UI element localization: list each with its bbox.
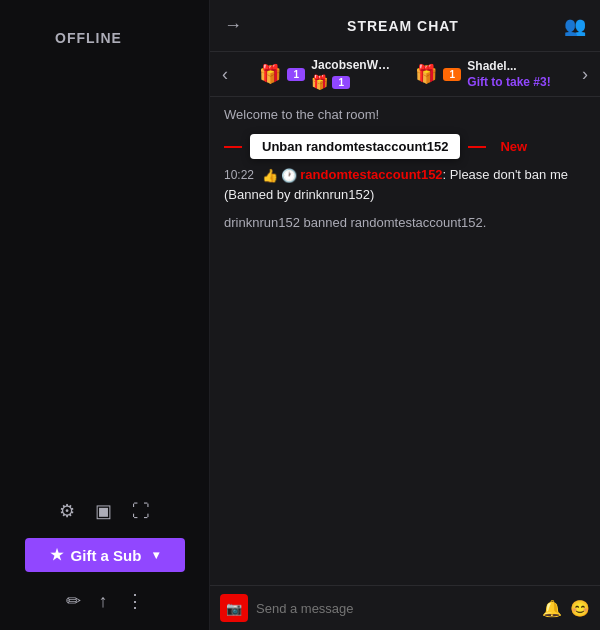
layout-icon[interactable]: ▣	[95, 500, 112, 522]
gift-icon-1: 🎁	[311, 74, 328, 90]
message-input[interactable]	[256, 601, 534, 616]
chat-inline-icons: 👍 🕐	[262, 166, 297, 186]
gift-username-2: Shadel...	[467, 59, 547, 73]
gift-emoji-1: 🎁	[259, 63, 281, 85]
gift-item-1[interactable]: 🎁 1 JacobsenWit... 🎁 1	[259, 58, 391, 90]
clock-icon: 🕐	[281, 166, 297, 186]
chat-panel: → STREAM CHAT 👥 ‹ 🎁 1 JacobsenWit... 🎁 1	[210, 0, 600, 630]
red-divider	[224, 146, 242, 148]
gift-sub-button[interactable]: ★ Gift a Sub ▾	[25, 538, 185, 572]
star-icon: ★	[50, 546, 63, 564]
camera-icon-box: 📷	[220, 594, 248, 622]
gift-strip: ‹ 🎁 1 JacobsenWit... 🎁 1 🎁 1 Sha	[210, 52, 600, 97]
gift-badge-1: 1	[287, 68, 305, 81]
chat-messages: Welcome to the chat room! Unban randomte…	[210, 97, 600, 585]
expand-icon[interactable]: →	[224, 15, 242, 36]
input-icons: 🔔 😊	[542, 599, 590, 618]
camera-icon: 📷	[226, 601, 242, 616]
strip-left-arrow[interactable]: ‹	[218, 64, 232, 85]
gift-take-text: Gift to take #3!	[467, 75, 550, 89]
thumb-icon: 👍	[262, 166, 278, 186]
emoji-icon[interactable]: 😊	[570, 599, 590, 618]
chat-header: → STREAM CHAT 👥	[210, 0, 600, 52]
chat-message-row: 10:22 👍 🕐 randomtestaccount152: Please d…	[224, 165, 586, 205]
unban-row: Unban randomtestaccount152 New	[224, 134, 586, 159]
ban-notice: drinknrun152 banned randomtestaccount152…	[224, 215, 586, 230]
chat-username[interactable]: randomtestaccount152	[300, 167, 442, 182]
chat-timestamp: 10:22	[224, 168, 254, 182]
sidebar: OFFLINE ⚙ ▣ ⛶ ★ Gift a Sub ▾ ✏ ↑ ⋮	[0, 0, 210, 630]
chevron-down-icon: ▾	[153, 548, 159, 562]
alert-icon[interactable]: 🔔	[542, 599, 562, 618]
pencil-icon[interactable]: ✏	[66, 590, 81, 612]
chat-input-area: 📷 🔔 😊	[210, 585, 600, 630]
fullscreen-icon[interactable]: ⛶	[132, 501, 150, 522]
sidebar-control-icons: ⚙ ▣ ⛶	[59, 500, 150, 522]
gift-username-1: JacobsenWit...	[311, 58, 391, 72]
upload-icon[interactable]: ↑	[99, 591, 108, 612]
settings-icon[interactable]: ⚙	[59, 500, 75, 522]
gift-strip-inner: 🎁 1 JacobsenWit... 🎁 1 🎁 1 Shadel... Gif…	[232, 58, 578, 90]
more-icon[interactable]: ⋮	[126, 590, 144, 612]
gift-sub-badge-1: 1	[332, 76, 350, 89]
gift-emoji-2: 🎁	[415, 63, 437, 85]
users-icon[interactable]: 👥	[564, 15, 586, 37]
red-line-right	[468, 146, 486, 148]
offline-label: OFFLINE	[55, 30, 122, 46]
welcome-message: Welcome to the chat room!	[224, 107, 586, 122]
unban-tooltip[interactable]: Unban randomtestaccount152	[250, 134, 460, 159]
gift-sub-label: Gift a Sub	[71, 547, 142, 564]
strip-right-arrow[interactable]: ›	[578, 64, 592, 85]
sidebar-bottom-icons: ✏ ↑ ⋮	[66, 590, 144, 612]
gift-badge-2: 1	[443, 68, 461, 81]
chat-title: STREAM CHAT	[347, 18, 459, 34]
new-badge: New	[500, 139, 527, 154]
gift-item-2[interactable]: 🎁 1 Shadel... Gift to take #3!	[415, 58, 550, 90]
